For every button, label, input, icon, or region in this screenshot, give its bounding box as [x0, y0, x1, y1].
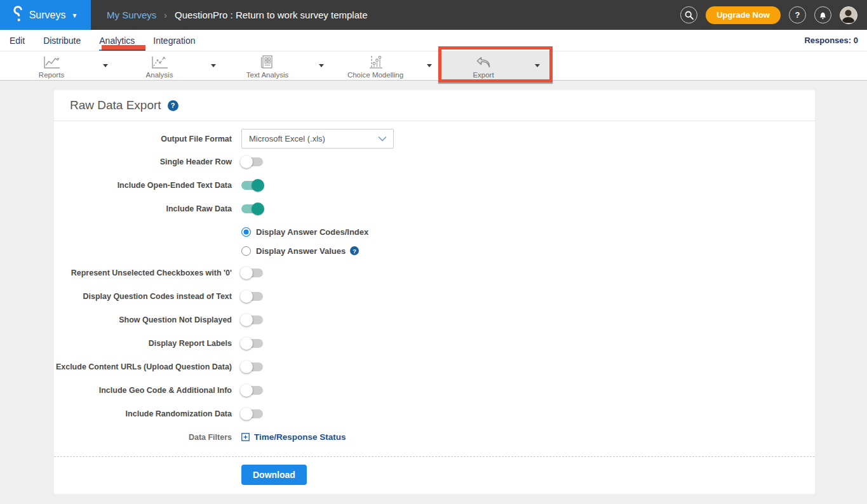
tab-bar: EditDistributeAnalyticsIntegration [10, 30, 195, 51]
form-row-exclude-content-urls-upload-question-data: Exclude Content URLs (Upload Question Da… [54, 359, 815, 375]
header-actions: Upgrade Now ? [680, 6, 867, 24]
line-chart-icon [42, 55, 61, 70]
toolbar-choice-modelling-dropdown[interactable] [417, 51, 441, 80]
survey-nav: EditDistributeAnalyticsIntegration Respo… [0, 30, 867, 51]
include-randomization-data-toggle[interactable] [241, 409, 263, 418]
time-response-status-link[interactable]: Time/Response Status [241, 432, 346, 442]
include-open-ended-text-data-toggle[interactable] [241, 181, 263, 190]
raw-data-export-help-icon[interactable]: ? [168, 100, 178, 111]
field-label: Include Raw Data [54, 204, 232, 213]
chevron-down-icon: ▼ [71, 12, 77, 19]
survey-title: QuestionPro : Return to work survey temp… [175, 10, 367, 20]
surveys-menu[interactable]: Surveys ▼ [0, 0, 91, 30]
toggle-knob [240, 314, 253, 326]
text-analysis-icon [260, 55, 274, 70]
field-label: Exclude Content URLs (Upload Question Da… [54, 362, 232, 371]
toolbar-export-dropdown[interactable] [525, 51, 549, 80]
questionpro-logo-icon [13, 6, 24, 25]
toolbar-group-export: Export [441, 51, 549, 80]
caret-down-icon [103, 64, 108, 67]
toolbar-text-analysis-dropdown[interactable] [309, 51, 333, 80]
upgrade-now-button[interactable]: Upgrade Now [706, 6, 781, 24]
bell-icon [817, 10, 828, 20]
single-header-row-toggle[interactable] [241, 157, 263, 166]
download-button[interactable]: Download [241, 465, 307, 485]
page-title: Raw Data Export [70, 98, 161, 112]
form-row-display-question-codes-instead-of-text: Display Question Codes instead of Text [54, 288, 815, 304]
raw-data-export-panel: Raw Data Export ? Output File FormatMicr… [54, 90, 815, 494]
toggle-knob [252, 202, 264, 215]
toolbar-export-button[interactable]: Export [441, 51, 525, 80]
help-button[interactable]: ? [789, 6, 806, 23]
caret-down-icon [211, 64, 216, 67]
display-answer-values-help-icon[interactable]: ? [350, 246, 359, 255]
toolbar-reports-button[interactable]: Reports [10, 51, 93, 80]
toggle-knob [240, 267, 253, 279]
toolbar-reports-label: Reports [39, 71, 64, 79]
display-answer-values-radio[interactable] [241, 246, 251, 256]
tab-distribute[interactable]: Distribute [43, 30, 81, 51]
chevron-down-icon [378, 136, 387, 142]
tab-integration[interactable]: Integration [153, 30, 195, 51]
tab-analytics[interactable]: Analytics [99, 30, 135, 51]
display-answer-codes-index-radio[interactable] [241, 227, 251, 237]
toggle-knob [252, 179, 264, 192]
exclude-content-urls-upload-question-data-toggle[interactable] [241, 362, 263, 371]
form-row-data-filters: Data FiltersTime/Response Status [54, 429, 815, 445]
toggle-knob [240, 156, 253, 168]
display-report-labels-toggle[interactable] [241, 339, 263, 348]
toolbar-choice-modelling-button[interactable]: Choice Modelling [333, 51, 417, 80]
notifications-button[interactable] [814, 6, 831, 23]
scatter-chart-icon [367, 55, 384, 70]
toolbar-analysis-dropdown[interactable] [201, 51, 225, 80]
form-row-single-header-row: Single Header Row [54, 154, 815, 169]
toolbar-export-label: Export [473, 71, 494, 79]
tab-edit[interactable]: Edit [10, 30, 25, 51]
include-raw-data-toggle[interactable] [241, 204, 263, 213]
toolbar-reports-dropdown[interactable] [93, 51, 118, 80]
field-label: Single Header Row [54, 157, 232, 166]
breadcrumb-separator-icon: › [164, 10, 167, 20]
toolbar-text-analysis-button[interactable]: Text Analysis [225, 51, 309, 80]
answer-display-radio-group: Display Answer Codes/IndexDisplay Answer… [241, 224, 815, 258]
toolbar-group-choice-modelling: Choice Modelling [333, 51, 441, 80]
field-label: Show Question Not Displayed [54, 315, 232, 324]
field-label: Include Open-Ended Text Data [54, 181, 232, 190]
include-geo-code-additional-info-toggle[interactable] [241, 386, 263, 395]
toggle-knob [240, 337, 253, 350]
responses-count: Responses: 0 [804, 36, 858, 45]
caret-down-icon [535, 64, 540, 67]
search-icon [684, 10, 694, 20]
field-label: Include Randomization Data [54, 409, 232, 418]
field-label: Output File Format [54, 135, 232, 143]
link-label: Time/Response Status [254, 432, 346, 442]
show-question-not-displayed-toggle[interactable] [241, 315, 263, 324]
field-label: Data Filters [54, 433, 232, 442]
toolbar-analysis-label: Analysis [146, 71, 173, 79]
radio-row-display-answer-codes-index: Display Answer Codes/Index [241, 224, 815, 239]
form-row-include-raw-data: Include Raw Data [54, 201, 815, 216]
toolbar-analysis-button[interactable]: Analysis [118, 51, 201, 80]
display-question-codes-instead-of-text-toggle[interactable] [241, 292, 263, 301]
analytics-toolbar: ReportsAnalysisText AnalysisChoice Model… [0, 51, 867, 81]
expand-plus-icon [241, 433, 250, 441]
output-file-format-select[interactable]: Microsoft Excel (.xls) [241, 129, 394, 149]
search-button[interactable] [680, 6, 697, 23]
toolbar-choice-modelling-label: Choice Modelling [347, 71, 403, 79]
toggle-knob [240, 361, 253, 373]
area-chart-icon [150, 55, 169, 70]
radio-label: Display Answer Values [256, 246, 346, 256]
toolbar-group-text-analysis: Text Analysis [225, 51, 333, 80]
user-avatar[interactable] [840, 6, 857, 24]
export-arrow-icon [474, 55, 492, 70]
represent-unselected-checkboxes-with-0-toggle[interactable] [241, 269, 263, 277]
export-form: Output File FormatMicrosoft Excel (.xls)… [54, 121, 815, 445]
toggle-knob [240, 384, 253, 397]
form-row-include-open-ended-text-data: Include Open-Ended Text Data [54, 177, 815, 193]
download-row: Download [54, 457, 815, 494]
field-label: Include Geo Code & Additional Info [54, 386, 232, 395]
form-row-include-randomization-data: Include Randomization Data [54, 406, 815, 421]
caret-down-icon [427, 64, 432, 67]
breadcrumb-my-surveys[interactable]: My Surveys [107, 10, 156, 20]
form-row-represent-unselected-checkboxes-with-0: Represent Unselected Checkboxes with '0' [54, 265, 815, 281]
